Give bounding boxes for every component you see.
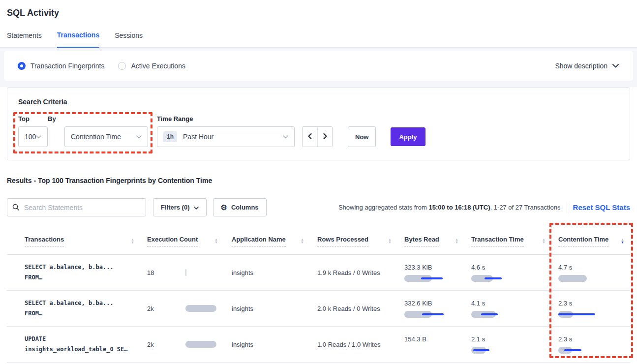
sort-icon: ▲▼ [214,238,218,244]
radio-transaction-fingerprints[interactable]: Transaction Fingerprints [18,62,104,70]
execution-count-cell: 2k [140,327,224,362]
execution-count-bar [185,341,216,348]
transaction-time: 4.6 s [464,255,551,290]
time-prev-button[interactable] [303,127,317,147]
sort-icon: ▲▼ [388,238,392,244]
contention-time: 4.7 s [551,255,630,290]
radio-active-executions[interactable]: Active Executions [118,62,185,70]
columns-button[interactable]: ⚙ Columns [213,198,267,216]
application-name-value: insights [232,269,253,276]
filters-button[interactable]: Filters (0) [153,198,207,216]
contention-time-bar [558,275,624,282]
bytes-read-bar [404,311,458,318]
execution-count-bar [185,305,216,312]
chevron-left-icon [308,133,312,141]
table-header-row: Transactions ▲▼ Execution Count ▲▼ Appli… [7,227,630,255]
reset-sql-stats-link[interactable]: Reset SQL Stats [573,203,630,212]
time-range-badge: 1h [163,131,177,142]
column-header-transaction-time[interactable]: Transaction Time ▲▼ [464,236,551,246]
table-row[interactable]: SELECT a.balance, b.ba...FROM…2kinsights… [7,291,630,327]
sort-icon: ▲▼ [301,238,304,244]
table-row[interactable]: UPDATEinsights_workload_table_0 SE…2kins… [7,327,630,363]
search-statements-box [7,198,146,216]
bar-stddev-line [485,277,502,279]
bytes-read: 323.3 KiB [397,255,464,290]
transaction-time-value: 2.1 s [471,335,485,343]
rows-processed-cell: 1.9 k Reads / 0 Writes [310,255,397,290]
column-header-bytes-read[interactable]: Bytes Read ▲▼ [397,236,464,246]
bytes-read-value: 323.3 KiB [404,264,432,271]
transaction-time-bar [471,275,546,282]
chevron-down-icon [36,135,41,139]
transaction-text-line: UPDATE [25,334,46,344]
transaction-fingerprint[interactable]: UPDATEinsights_workload_table_0 SE… [7,327,140,362]
by-select[interactable]: Contention Time [64,126,148,147]
apply-button[interactable]: Apply [391,127,425,146]
transaction-time-value: 4.1 s [471,300,485,307]
tab-transactions[interactable]: Transactions [57,31,99,48]
bytes-read-value: 154.3 B [404,335,426,343]
time-next-button[interactable] [317,127,332,147]
show-description-toggle[interactable]: Show description [555,62,619,70]
page-title: SQL Activity [7,6,630,19]
radio-unselected-icon [118,62,126,70]
bar-stddev-line [481,313,498,315]
transaction-text-line: FROM… [25,308,42,319]
contention-time-value: 2.3 s [558,300,572,307]
transaction-text-line: SELECT a.balance, b.ba... [25,262,114,273]
time-range-label: Time Range [157,115,295,122]
column-header-application-name[interactable]: Application Name ▲▼ [224,236,310,246]
transaction-time-value: 4.6 s [471,264,485,271]
view-mode-band: Transaction Fingerprints Active Executio… [0,48,637,87]
transaction-fingerprint[interactable]: SELECT a.balance, b.ba...FROM… [7,291,140,326]
view-mode-radio-group: Transaction Fingerprints Active Executio… [18,62,185,70]
column-header-rows-processed[interactable]: Rows Processed ▲▼ [310,236,397,246]
top-select[interactable]: 100 [18,126,48,147]
bar-mean [558,275,587,282]
bytes-read-bar [404,275,458,282]
tab-statements[interactable]: Statements [7,31,42,47]
contention-time-value: 2.3 s [558,335,572,343]
application-name-value: insights [232,341,253,348]
transaction-time-bar [471,347,546,354]
now-button[interactable]: Now [348,126,376,147]
application-name-cell: insights [224,291,310,326]
transaction-fingerprint[interactable]: SELECT a.balance, b.ba...FROM… [7,255,140,290]
bytes-read: 332.6 KiB [397,291,464,326]
contention-time-value: 4.7 s [558,264,572,271]
transaction-time: 2.1 s [464,327,551,362]
transaction-time: 4.1 s [464,291,551,326]
tab-sessions[interactable]: Sessions [115,31,143,47]
stats-summary: Showing aggregated stats from 15:00 to 1… [338,204,561,211]
bar-stddev-line [558,313,595,315]
sort-icon: ▲▼ [542,238,546,244]
column-header-transactions[interactable]: Transactions ▲▼ [7,236,140,246]
table-row[interactable]: SELECT a.balance, b.ba...FROM…18insights… [7,255,630,291]
column-header-execution-count[interactable]: Execution Count ▲▼ [140,236,224,246]
divider [567,202,567,213]
results-heading: Results - Top 100 Transaction Fingerprin… [7,176,630,185]
search-statements-input[interactable] [7,198,146,216]
bytes-read: 154.3 B [397,327,464,362]
transaction-time-bar [471,311,546,318]
search-criteria-heading: Search Criteria [18,97,619,106]
rows-processed-cell: 1.0 Reads / 1.0 Writes [310,327,397,362]
radio-selected-icon [18,62,26,70]
table-body: SELECT a.balance, b.ba...FROM…18insights… [7,255,630,363]
contention-time-bar [558,347,624,354]
chevron-down-icon [283,135,288,139]
search-icon [12,204,19,212]
execution-count-bar [185,269,186,276]
chevron-down-icon [612,64,619,68]
transaction-text-line: insights_workload_table_0 SE… [25,344,128,355]
chevron-down-icon [136,135,142,139]
transactions-table: Transactions ▲▼ Execution Count ▲▼ Appli… [7,227,630,363]
bar-stddev-line [422,313,444,315]
sort-icon: ▲▼ [621,238,624,244]
column-header-contention-time[interactable]: Contention Time ▲▼ [551,236,630,246]
rows-processed-value: 1.0 Reads / 1.0 Writes [317,341,380,348]
time-range-select[interactable]: 1h Past Hour [157,126,295,147]
bar-stddev-line [564,349,581,351]
time-range-nav [302,126,333,147]
rows-processed-value: 2.0 k Reads / 0 Writes [317,305,380,312]
